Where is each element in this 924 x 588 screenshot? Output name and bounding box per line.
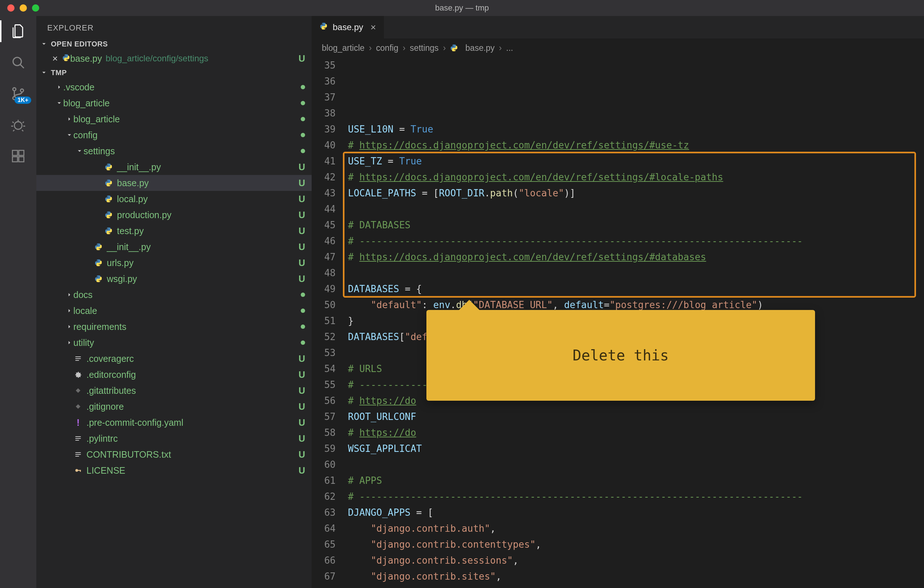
chevron-down-icon	[41, 69, 48, 77]
open-editors-header[interactable]: OPEN EDITORS	[36, 38, 312, 51]
window-close-button[interactable]	[7, 4, 15, 12]
line-number: 39	[312, 121, 336, 137]
code-line[interactable]: # --------------------------------------…	[348, 489, 924, 504]
code-line[interactable]: # DATABASES	[348, 217, 924, 233]
folder-utility[interactable]: utility	[36, 334, 312, 351]
code-line[interactable]: # https://docs.djangoproject.com/en/dev/…	[348, 137, 924, 153]
breadcrumb-segment[interactable]: blog_article	[322, 43, 365, 53]
diamond-icon	[73, 402, 83, 411]
tab-close-icon[interactable]: ×	[370, 22, 376, 33]
file-urls-py[interactable]: urls.pyU	[36, 255, 312, 271]
code-line[interactable]: LOCALE_PATHS = [ROOT_DIR.path("locale")]	[348, 185, 924, 201]
file-local-py[interactable]: local.pyU	[36, 191, 312, 207]
folder-requirements[interactable]: requirements	[36, 319, 312, 334]
code-line[interactable]	[348, 456, 924, 473]
tree-item-label: LICENSE	[86, 465, 125, 476]
code-line[interactable]: "django.contrib.auth",	[348, 520, 924, 537]
git-status: U	[299, 210, 305, 220]
activity-debug[interactable]	[10, 116, 27, 133]
folder-blog-article[interactable]: blog_article	[36, 95, 312, 111]
code-line[interactable]: "django.contrib.contenttypes",	[348, 537, 924, 552]
file--gitignore[interactable]: .gitignoreU	[36, 399, 312, 415]
file--gitattributes[interactable]: .gitattributesU	[36, 382, 312, 399]
workspace-label: TMP	[51, 69, 67, 77]
close-icon[interactable]: ×	[52, 53, 58, 64]
code-line[interactable]: ROOT_URLCONF	[348, 409, 924, 425]
file--init-py[interactable]: __init__.pyU	[36, 239, 312, 255]
code-line[interactable]: USE_TZ = True	[348, 153, 924, 169]
git-modified-dot	[301, 308, 305, 313]
editor-area: base.py × blog_article›config›settings›b…	[312, 16, 924, 588]
search-icon	[10, 55, 26, 70]
code-line[interactable]	[348, 201, 924, 217]
svg-rect-9	[19, 157, 24, 162]
file--pylintrc[interactable]: .pylintrcU	[36, 430, 312, 446]
code-line[interactable]: # https://docs.djangoproject.com/en/dev/…	[348, 169, 924, 185]
git-status: U	[299, 402, 305, 412]
code-line[interactable]: DATABASES = {	[348, 281, 924, 297]
folder-blog-article[interactable]: blog_article	[36, 111, 312, 127]
code-line[interactable]: # APPS	[348, 473, 924, 489]
line-number: 35	[312, 58, 336, 73]
files-icon	[10, 24, 26, 39]
folder-config[interactable]: config	[36, 127, 312, 143]
editor[interactable]: 3536373839404142434445464748495051525354…	[312, 58, 924, 588]
breadcrumb[interactable]: blog_article›config›settings›base.py›...	[312, 38, 924, 58]
breadcrumb-segment[interactable]: ...	[506, 43, 513, 53]
breadcrumb-segment[interactable]: base.py	[465, 43, 495, 53]
file--coveragerc[interactable]: .coveragercU	[36, 351, 312, 367]
folder--vscode[interactable]: .vscode	[36, 79, 312, 95]
code-line[interactable]: # --------------------------------------…	[348, 233, 924, 249]
activity-source-control[interactable]: 1K+	[10, 85, 27, 102]
file-base-py[interactable]: base.pyU	[36, 175, 312, 191]
code-line[interactable]: "django.contrib.sessions",	[348, 552, 924, 568]
window-minimize-button[interactable]	[20, 4, 27, 12]
chevron-down-icon	[55, 100, 63, 106]
code-line[interactable]: # https://docs.djangoproject.com/en/dev/…	[348, 249, 924, 265]
code-line[interactable]: "django.contrib.sites",	[348, 568, 924, 585]
python-icon	[104, 162, 113, 172]
line-number: 53	[312, 345, 336, 361]
svg-rect-23	[80, 470, 81, 472]
line-number: 62	[312, 489, 336, 504]
open-editor-item[interactable]: × base.py blog_article/config/settings U	[36, 51, 312, 66]
workspace-header[interactable]: TMP	[36, 66, 312, 79]
breadcrumb-segment[interactable]: settings	[410, 43, 438, 53]
key-icon	[73, 466, 83, 475]
file--pre-commit-config-yaml[interactable]: !.pre-commit-config.yamlU	[36, 415, 312, 430]
git-modified-dot	[301, 149, 305, 153]
activity-extensions[interactable]	[10, 147, 27, 165]
git-status: U	[299, 433, 305, 444]
tab-base-py[interactable]: base.py ×	[312, 16, 384, 38]
folder-locale[interactable]: locale	[36, 303, 312, 319]
file-production-py[interactable]: production.pyU	[36, 207, 312, 223]
code-line[interactable]: # https://do	[348, 425, 924, 441]
code-content[interactable]: Delete this USE_L10N = True# https://doc…	[343, 58, 924, 588]
code-line[interactable]: USE_L10N = True	[348, 121, 924, 137]
code-line[interactable]	[348, 265, 924, 281]
folder-docs[interactable]: docs	[36, 287, 312, 303]
file-wsgi-py[interactable]: wsgi.pyU	[36, 271, 312, 287]
python-icon	[94, 274, 103, 283]
code-line[interactable]: DJANGO_APPS = [	[348, 504, 924, 520]
code-line[interactable]: "django.contrib.messages",	[348, 585, 924, 588]
code-line[interactable]: WSGI_APPLICAT	[348, 441, 924, 456]
line-number: 66	[312, 552, 336, 568]
file--editorconfig[interactable]: .editorconfigU	[36, 367, 312, 382]
window-maximize-button[interactable]	[32, 4, 39, 12]
file--init-py[interactable]: __init__.pyU	[36, 159, 312, 175]
file-contributors-txt[interactable]: CONTRIBUTORS.txtU	[36, 446, 312, 463]
line-number: 42	[312, 169, 336, 185]
svg-point-0	[13, 58, 21, 66]
breadcrumb-segment[interactable]: config	[376, 43, 398, 53]
folder-settings[interactable]: settings	[36, 143, 312, 159]
git-modified-dot	[301, 117, 305, 121]
activity-explorer[interactable]	[10, 23, 27, 40]
open-editor-name: base.py	[70, 53, 102, 64]
file-test-py[interactable]: test.pyU	[36, 223, 312, 239]
file-license[interactable]: LICENSEU	[36, 463, 312, 478]
tree-item-label: config	[73, 130, 98, 140]
activity-search[interactable]	[10, 54, 27, 71]
line-number: 40	[312, 137, 336, 153]
file-tree: .vscodeblog_articleblog_articleconfigset…	[36, 79, 312, 478]
